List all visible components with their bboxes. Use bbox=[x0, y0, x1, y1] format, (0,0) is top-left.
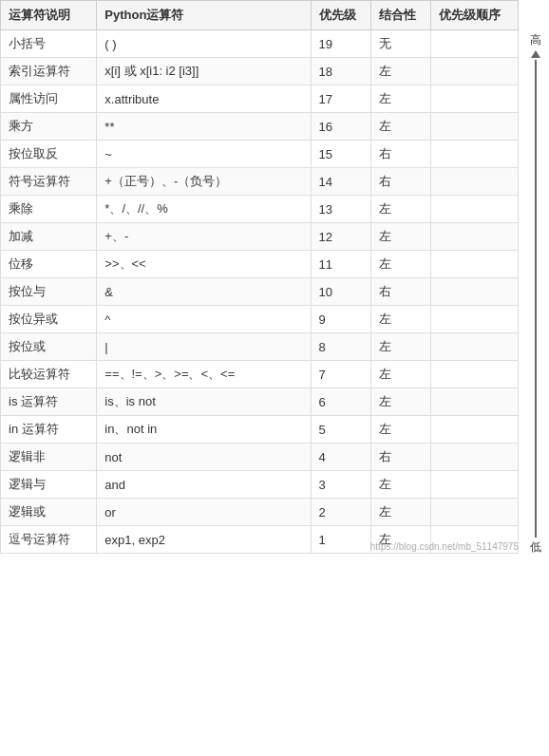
cell-priority: 12 bbox=[311, 223, 370, 251]
cell-assoc: 左 bbox=[370, 388, 430, 416]
cell-order bbox=[430, 416, 518, 444]
table-row: 属性访问x.attribute17左 bbox=[1, 85, 519, 113]
cell-priority: 10 bbox=[311, 278, 370, 306]
cell-order bbox=[430, 388, 518, 416]
cell-desc: 小括号 bbox=[1, 30, 97, 58]
cell-order bbox=[430, 471, 518, 499]
cell-op: *、/、//、% bbox=[97, 196, 311, 223]
cell-priority: 3 bbox=[311, 471, 370, 499]
table-row: is 运算符is、is not6左 bbox=[1, 388, 519, 416]
cell-desc: 加减 bbox=[1, 223, 97, 251]
cell-order bbox=[430, 361, 518, 388]
cell-assoc: 左 bbox=[370, 223, 430, 251]
cell-op: ( ) bbox=[97, 30, 311, 58]
table-row: 逻辑或or2左 bbox=[1, 499, 519, 526]
priority-scale: 高 低 bbox=[522, 32, 549, 556]
cell-op: ** bbox=[97, 113, 311, 141]
cell-desc: 逻辑非 bbox=[1, 444, 97, 471]
header-desc: 运算符说明 bbox=[1, 1, 97, 30]
cell-priority: 15 bbox=[311, 141, 370, 168]
watermark: https://blog.csdn.net/mb_51147975 bbox=[370, 541, 519, 552]
cell-priority: 17 bbox=[311, 85, 370, 113]
table-row: 逻辑与and3左 bbox=[1, 471, 519, 499]
cell-order bbox=[430, 196, 518, 223]
cell-op: exp1, exp2 bbox=[97, 526, 311, 554]
cell-desc: 按位或 bbox=[1, 333, 97, 361]
table-row: 加减+、-12左 bbox=[1, 223, 519, 251]
arrow-up-icon bbox=[531, 50, 540, 58]
cell-op: not bbox=[97, 444, 311, 471]
cell-assoc: 无 bbox=[370, 30, 430, 58]
cell-desc: 按位与 bbox=[1, 278, 97, 306]
cell-desc: 索引运算符 bbox=[1, 58, 97, 85]
cell-op: | bbox=[97, 333, 311, 361]
cell-desc: 逗号运算符 bbox=[1, 526, 97, 554]
cell-assoc: 左 bbox=[370, 471, 430, 499]
cell-desc: 乘除 bbox=[1, 196, 97, 223]
table-row: 乘除*、/、//、%13左 bbox=[1, 196, 519, 223]
cell-order bbox=[430, 113, 518, 141]
cell-order bbox=[430, 85, 518, 113]
cell-op: and bbox=[97, 471, 311, 499]
cell-op: or bbox=[97, 499, 311, 526]
cell-assoc: 左 bbox=[370, 58, 430, 85]
cell-priority: 14 bbox=[311, 168, 370, 196]
cell-desc: 属性访问 bbox=[1, 85, 97, 113]
cell-assoc: 左 bbox=[370, 416, 430, 444]
cell-assoc: 左 bbox=[370, 361, 430, 388]
cell-op: ==、!=、>、>=、<、<= bbox=[97, 361, 311, 388]
cell-desc: 位移 bbox=[1, 251, 97, 278]
cell-assoc: 左 bbox=[370, 113, 430, 141]
cell-order bbox=[430, 168, 518, 196]
cell-op: >>、<< bbox=[97, 251, 311, 278]
cell-op: & bbox=[97, 278, 311, 306]
cell-desc: 乘方 bbox=[1, 113, 97, 141]
cell-order bbox=[430, 223, 518, 251]
cell-priority: 5 bbox=[311, 416, 370, 444]
cell-priority: 2 bbox=[311, 499, 370, 526]
cell-assoc: 左 bbox=[370, 196, 430, 223]
header-pri: 优先级 bbox=[311, 1, 370, 30]
cell-priority: 4 bbox=[311, 444, 370, 471]
scale-high-label: 高 bbox=[530, 32, 541, 48]
table-row: 位移>>、<<11左 bbox=[1, 251, 519, 278]
cell-order bbox=[430, 499, 518, 526]
table-row: 小括号( )19无 bbox=[1, 30, 519, 58]
cell-priority: 13 bbox=[311, 196, 370, 223]
cell-desc: 按位异或 bbox=[1, 306, 97, 333]
cell-order bbox=[430, 251, 518, 278]
cell-op: in、not in bbox=[97, 416, 311, 444]
cell-assoc: 右 bbox=[370, 168, 430, 196]
cell-order bbox=[430, 333, 518, 361]
cell-desc: 符号运算符 bbox=[1, 168, 97, 196]
cell-op: x.attribute bbox=[97, 85, 311, 113]
cell-assoc: 左 bbox=[370, 251, 430, 278]
cell-op: +（正号）、-（负号） bbox=[97, 168, 311, 196]
cell-desc: is 运算符 bbox=[1, 388, 97, 416]
cell-desc: 逻辑与 bbox=[1, 471, 97, 499]
header-assoc: 结合性 bbox=[370, 1, 430, 30]
cell-priority: 9 bbox=[311, 306, 370, 333]
header-order: 优先级顺序 bbox=[430, 1, 518, 30]
cell-desc: 按位取反 bbox=[1, 141, 97, 168]
cell-priority: 11 bbox=[311, 251, 370, 278]
cell-desc: 逻辑或 bbox=[1, 499, 97, 526]
cell-assoc: 右 bbox=[370, 444, 430, 471]
header-py: Python运算符 bbox=[97, 1, 311, 30]
cell-desc: 比较运算符 bbox=[1, 361, 97, 388]
table-row: 按位与&10右 bbox=[1, 278, 519, 306]
cell-priority: 6 bbox=[311, 388, 370, 416]
cell-op: is、is not bbox=[97, 388, 311, 416]
scale-arrow bbox=[531, 50, 540, 538]
table-row: 按位异或^9左 bbox=[1, 306, 519, 333]
cell-order bbox=[430, 444, 518, 471]
cell-assoc: 右 bbox=[370, 278, 430, 306]
cell-order bbox=[430, 278, 518, 306]
operator-table-wrapper: 运算符说明 Python运算符 优先级 结合性 优先级顺序 小括号( )19无索… bbox=[0, 0, 549, 554]
cell-priority: 16 bbox=[311, 113, 370, 141]
cell-op: +、- bbox=[97, 223, 311, 251]
cell-priority: 7 bbox=[311, 361, 370, 388]
cell-order bbox=[430, 306, 518, 333]
cell-op: ^ bbox=[97, 306, 311, 333]
cell-priority: 1 bbox=[311, 526, 370, 554]
